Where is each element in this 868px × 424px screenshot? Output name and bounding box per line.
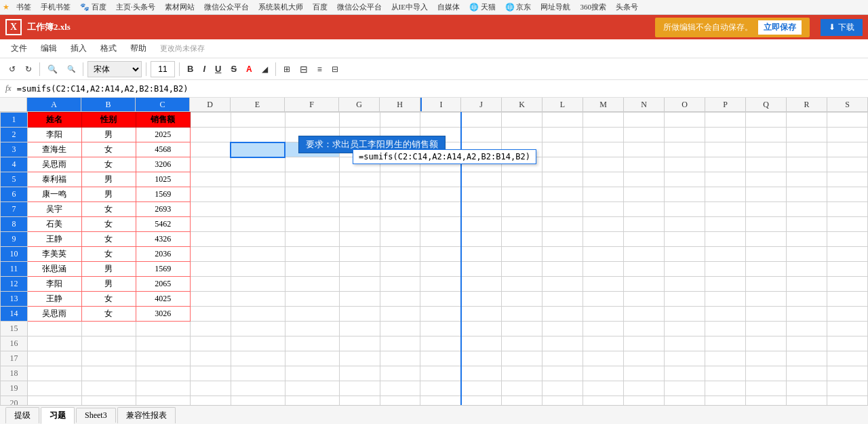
cell-8-Q[interactable] (745, 217, 786, 232)
sheet-tab-兼容性报表[interactable]: 兼容性报表 (117, 407, 176, 423)
cell-12-I[interactable] (420, 277, 461, 292)
cell-12-N[interactable] (624, 277, 665, 292)
cell-6-N[interactable] (624, 187, 665, 202)
cell-17-P[interactable] (705, 351, 746, 366)
cell-19-S[interactable] (827, 381, 867, 396)
cell-18-H[interactable] (380, 366, 420, 381)
cell-2-A[interactable]: 李阳 (27, 128, 81, 142)
cell-6-B[interactable]: 男 (81, 187, 136, 202)
cell-4-L[interactable] (542, 157, 583, 172)
cell-12-C[interactable]: 2065 (136, 277, 190, 292)
cell-13-J[interactable] (461, 292, 502, 307)
cell-7-B[interactable]: 女 (81, 202, 136, 217)
cell-8-L[interactable] (542, 217, 583, 232)
cell-16-D[interactable] (190, 336, 231, 351)
col-header-I[interactable]: I (420, 98, 461, 111)
cell-12-M[interactable] (583, 277, 624, 292)
cell-11-I[interactable] (420, 262, 461, 277)
cell-5-B[interactable]: 男 (81, 172, 136, 187)
cell-8-J[interactable] (461, 217, 502, 232)
cell-9-M[interactable] (583, 232, 624, 247)
cell-4-P[interactable] (705, 157, 746, 172)
cell-5-G[interactable] (339, 172, 380, 187)
cell-8-O[interactable] (665, 217, 705, 232)
cell-2-N[interactable] (624, 128, 665, 142)
cell-8-A[interactable]: 石美 (27, 217, 81, 232)
cell-17-N[interactable] (624, 351, 665, 366)
cell-1-O[interactable] (665, 113, 705, 128)
formula-input[interactable]: =sumifs(C2:C14,A2:A14,A2,B2:B14,B2) (17, 84, 863, 94)
cell-5-K[interactable] (502, 172, 542, 187)
col-header-P[interactable]: P (705, 98, 746, 111)
cell-10-D[interactable] (190, 247, 231, 262)
cell-19-D[interactable] (190, 381, 231, 396)
cell-7-D[interactable] (190, 202, 231, 217)
cell-7-S[interactable] (827, 202, 867, 217)
cell-12-O[interactable] (665, 277, 705, 292)
cell-13-O[interactable] (665, 292, 705, 307)
cell-13-Q[interactable] (745, 292, 786, 307)
cell-6-J[interactable] (461, 187, 502, 202)
cell-2-R[interactable] (786, 128, 827, 142)
cell-7-G[interactable] (339, 202, 380, 217)
cell-12-H[interactable] (380, 277, 420, 292)
cell-14-Q[interactable] (745, 307, 786, 322)
cell-11-F[interactable] (285, 262, 339, 277)
table-row[interactable]: 14吴思雨女3026 (1, 307, 868, 322)
cell-16-H[interactable] (380, 336, 420, 351)
table-row[interactable]: 6康一鸣男1569 (1, 187, 868, 202)
cell-19-P[interactable] (705, 381, 746, 396)
cell-4-M[interactable] (583, 157, 624, 172)
cell-9-K[interactable] (502, 232, 542, 247)
cell-13-S[interactable] (827, 292, 867, 307)
cell-19-A[interactable] (27, 381, 81, 396)
cell-14-M[interactable] (583, 307, 624, 322)
cell-18-K[interactable] (502, 366, 542, 381)
col-header-Q[interactable]: Q (746, 98, 787, 111)
cell-13-E[interactable] (231, 292, 285, 307)
table-row[interactable]: 12李阳男2065 (1, 277, 868, 292)
cell-7-Q[interactable] (745, 202, 786, 217)
cell-2-S[interactable] (827, 128, 867, 142)
col-header-R[interactable]: R (787, 98, 827, 111)
cell-1-Q[interactable] (745, 113, 786, 128)
cell-19-L[interactable] (542, 381, 583, 396)
bold-button[interactable]: B (184, 62, 197, 76)
360-nav[interactable]: 360搜索 (577, 1, 609, 13)
cell-5-S[interactable] (827, 172, 867, 187)
cell-7-F[interactable] (285, 202, 339, 217)
cell-1-H[interactable] (380, 113, 420, 128)
cell-17-B[interactable] (81, 351, 136, 366)
cell-4-R[interactable] (786, 157, 827, 172)
cell-15-G[interactable] (339, 322, 380, 336)
cell-1-I[interactable] (420, 113, 461, 128)
toutiao-nav[interactable]: 头条号 (613, 1, 641, 13)
cell-4-F[interactable] (285, 157, 339, 172)
cell-7-J[interactable] (461, 202, 502, 217)
cell-13-L[interactable] (542, 292, 583, 307)
cell-9-R[interactable] (786, 232, 827, 247)
cell-10-E[interactable] (231, 247, 285, 262)
cell-9-N[interactable] (624, 232, 665, 247)
cell-10-G[interactable] (339, 247, 380, 262)
cell-18-B[interactable] (81, 366, 136, 381)
cell-20-R[interactable] (786, 396, 827, 406)
cell-12-E[interactable] (231, 277, 285, 292)
cell-12-J[interactable] (461, 277, 502, 292)
cell-20-Q[interactable] (745, 396, 786, 406)
table-row[interactable]: 19 (1, 381, 868, 396)
cell-12-L[interactable] (542, 277, 583, 292)
cell-7-C[interactable]: 2693 (136, 202, 190, 217)
cell-19-E[interactable] (231, 381, 285, 396)
cell-8-B[interactable]: 女 (81, 217, 136, 232)
wechat-nav[interactable]: 微信公众平台 (201, 1, 252, 13)
cell-9-A[interactable]: 王静 (27, 232, 81, 247)
table-row[interactable]: 16 (1, 336, 868, 351)
cell-6-C[interactable]: 1569 (136, 187, 190, 202)
cell-8-F[interactable] (285, 217, 339, 232)
cell-19-M[interactable] (583, 381, 624, 396)
cell-3-S[interactable] (827, 142, 867, 157)
material-nav[interactable]: 素材网站 (162, 1, 197, 13)
cell-17-O[interactable] (665, 351, 705, 366)
cell-14-C[interactable]: 3026 (136, 307, 190, 322)
